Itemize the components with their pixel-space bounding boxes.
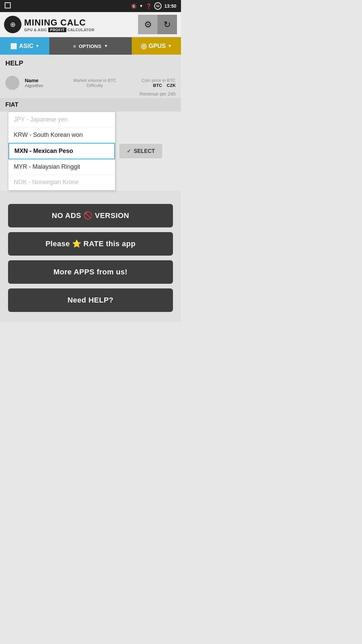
nav-asic[interactable]: ▦ ASIC ▼ (0, 37, 49, 55)
nav-options-label: OPTIONS (79, 43, 102, 49)
options-dropdown-arrow: ▼ (104, 44, 108, 48)
logo-area: ⊕ MINING CALC GPU & ASIC PROFIT CALCULAT… (4, 16, 95, 33)
mute-icon: 🔇 (131, 4, 136, 9)
revenue-row: Revenue per 24h (0, 90, 181, 98)
nav-gpus-label: GPUS (148, 43, 166, 50)
battery-indicator: 52 (154, 2, 162, 10)
dropdown-item-mxn[interactable]: MXN - Mexican Peso (8, 143, 115, 159)
help-button[interactable]: Need HELP? (8, 288, 173, 312)
th-coin: Coin price in BTC BTC CZK (122, 78, 176, 88)
gpu-icon: ◎ (141, 42, 146, 50)
nav-bar: ▦ ASIC ▼ ≡ OPTIONS ▼ ◎ GPUS ▼ (0, 37, 181, 55)
select-label: SELECT (134, 148, 155, 154)
wifi-icon: ▼ (139, 4, 143, 8)
settings-button[interactable]: ⚙ (138, 15, 158, 34)
th-market-main: Market volume in BTC (68, 78, 122, 83)
revenue-label: Revenue per 24h (140, 91, 176, 97)
th-coin-sub: BTC CZK (122, 83, 176, 88)
dropdown-item-myr[interactable]: MYR - Malaysian Ringgit (8, 159, 115, 175)
app-header: ⊕ MINING CALC GPU & ASIC PROFIT CALCULAT… (0, 12, 181, 37)
th-coin-main: Coin price in BTC (122, 78, 176, 83)
status-bar: 🔇 ▼ ❓ 52 13:50 (0, 0, 181, 12)
check-icon: ✓ (127, 148, 131, 154)
th-name: Name Algorithm (25, 77, 68, 88)
app-title: MINING CALC (24, 17, 95, 28)
th-market: Market volume in BTC Difficulty (68, 78, 122, 88)
table-header: Name Algorithm Market volume in BTC Diff… (0, 74, 181, 90)
coin-avatar-placeholder (5, 76, 19, 90)
nav-options[interactable]: ≡ OPTIONS ▼ (49, 37, 131, 55)
status-bar-left (5, 2, 11, 10)
fiat-dropdown-row: JPY - Japanese yenKRW - South Korean won… (0, 112, 181, 191)
app-subtitle: GPU & ASIC PROFIT CALCULATOR (24, 28, 95, 32)
more-apps-button[interactable]: More APPS from us! (8, 260, 173, 284)
nav-gpus[interactable]: ◎ GPUS ▼ (132, 37, 181, 55)
fiat-section: FIAT (0, 98, 181, 112)
question-icon: ❓ (146, 3, 152, 9)
help-section: HELP (0, 55, 181, 74)
refresh-button[interactable]: ↻ (158, 15, 177, 34)
gpus-dropdown-arrow: ▼ (168, 44, 172, 48)
fiat-title: FIAT (5, 101, 18, 108)
square-icon (5, 2, 11, 8)
th-coin-btc: BTC (153, 83, 162, 88)
app-logo-icon: ⊕ (4, 16, 21, 33)
currency-dropdown[interactable]: JPY - Japanese yenKRW - South Korean won… (8, 112, 115, 191)
profit-badge: PROFIT (48, 28, 66, 32)
dropdown-item-nok[interactable]: NOK - Norwegian Krone (8, 175, 115, 190)
nav-asic-label: ASIC (19, 43, 34, 50)
no-ads-button[interactable]: NO ADS 🚫 VERSION (8, 204, 173, 227)
dropdown-item-jpy[interactable]: JPY - Japanese yen (8, 112, 115, 127)
help-title: HELP (5, 59, 176, 67)
status-bar-right: 🔇 ▼ ❓ 52 13:50 (131, 2, 176, 10)
asic-dropdown-arrow: ▼ (36, 44, 40, 48)
th-coin-czk: CZK (167, 83, 176, 88)
logo-text: MINING CALC GPU & ASIC PROFIT CALCULATOR (24, 17, 95, 32)
dropdown-item-krw[interactable]: KRW - South Korean won (8, 127, 115, 143)
th-name-main: Name (25, 77, 68, 83)
options-icon: ≡ (73, 43, 76, 49)
rate-button[interactable]: Please ⭐ RATE this app (8, 232, 173, 256)
th-name-sub: Algorithm (25, 83, 68, 88)
select-button[interactable]: ✓ SELECT (119, 144, 162, 158)
chip-icon: ▦ (10, 42, 17, 50)
bottom-area: NO ADS 🚫 VERSIONPlease ⭐ RATE this appMo… (0, 191, 181, 322)
clock: 13:50 (164, 3, 176, 9)
th-market-sub: Difficulty (68, 83, 122, 88)
header-buttons: ⚙ ↻ (138, 15, 177, 34)
